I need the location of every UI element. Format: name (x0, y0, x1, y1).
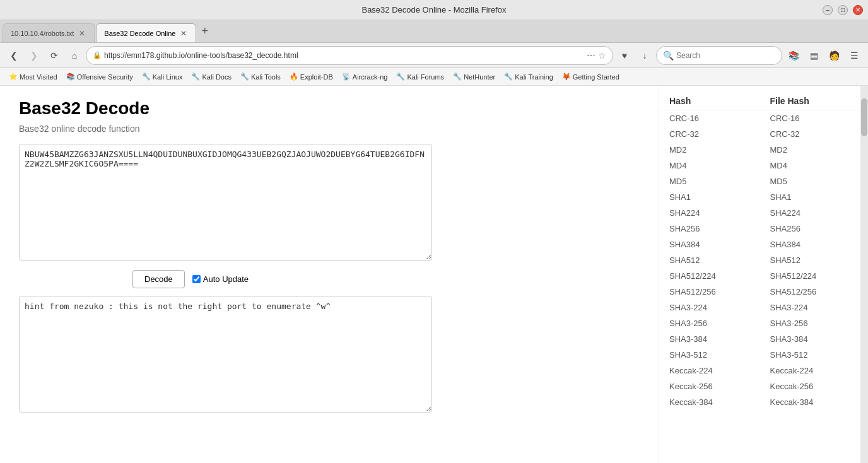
bookmark-kali-linux[interactable]: 🔧 Kali Linux (138, 71, 187, 82)
reload-button[interactable]: ⟳ (45, 47, 63, 64)
bookmark-exploit-db[interactable]: 🔥 Exploit-DB (286, 71, 337, 82)
hash-cell: Keccak-384 (659, 394, 760, 410)
bookmarks-bar: ⭐ Most Visited 📚 Offensive Security 🔧 Ka… (0, 68, 868, 86)
hash-table-row[interactable]: SHA384SHA384 (659, 237, 860, 252)
hash-cell: SHA3-224 (659, 300, 760, 315)
file-hash-cell: Keccak-256 (760, 378, 861, 394)
hash-table-row[interactable]: Keccak-384Keccak-384 (659, 394, 860, 410)
auto-update-text: Auto Update (203, 274, 249, 284)
file-hash-cell: SHA512/256 (760, 284, 861, 300)
hash-table-row[interactable]: MD5MD5 (659, 173, 860, 189)
bookmark-kali-tools[interactable]: 🔧 Kali Tools (237, 71, 284, 82)
output-textarea[interactable]: hint from nezuko : this is not the right… (19, 296, 432, 413)
decode-button[interactable]: Decode (132, 270, 185, 288)
hash-table-row[interactable]: Keccak-224Keccak-224 (659, 363, 860, 378)
bookmark-icon[interactable]: ☆ (598, 50, 606, 61)
tab-base32-close[interactable]: ✕ (179, 29, 188, 38)
hash-table-row[interactable]: SHA1SHA1 (659, 189, 860, 205)
input-textarea[interactable]: NBUW45BAMZZG63JANZSXU5LLN4QDUIDUNBUXGIDJ… (19, 144, 432, 261)
firefox-sync-icon[interactable]: 🧑 (825, 47, 843, 64)
auto-update-checkbox[interactable] (192, 275, 201, 283)
bookmark-kali-training-icon: 🔧 (504, 73, 513, 81)
search-icon: 🔍 (663, 50, 674, 61)
file-hash-cell: MD5 (760, 173, 861, 189)
sync-button[interactable]: ↓ (636, 47, 654, 64)
close-button[interactable]: ✕ (853, 5, 863, 15)
bookmark-most-visited[interactable]: ⭐ Most Visited (5, 71, 61, 82)
file-hash-cell: Keccak-384 (760, 394, 861, 410)
bookmark-kali-training[interactable]: 🔧 Kali Training (500, 71, 557, 82)
hash-cell: SHA512/256 (659, 284, 760, 300)
hash-table-row[interactable]: SHA3-256SHA3-256 (659, 315, 860, 331)
bookmark-most-visited-label: Most Visited (20, 73, 57, 81)
hash-table-row[interactable]: SHA224SHA224 (659, 205, 860, 221)
auto-update-label[interactable]: Auto Update (192, 274, 249, 284)
hash-table-row[interactable]: SHA512/224SHA512/224 (659, 268, 860, 284)
sidebar-button[interactable]: ▤ (805, 47, 823, 64)
hash-cell: SHA512 (659, 252, 760, 268)
bookmark-exploit-db-icon: 🔥 (290, 73, 298, 81)
menu-button[interactable]: ☰ (845, 47, 863, 64)
file-hash-cell: SHA256 (760, 221, 861, 237)
forward-button[interactable]: ❯ (25, 47, 43, 64)
file-hash-cell: SHA3-224 (760, 300, 861, 315)
hash-table-row[interactable]: MD2MD2 (659, 142, 860, 158)
bookmark-getting-started[interactable]: 🦊 Getting Started (558, 71, 623, 82)
hash-cell: Keccak-256 (659, 378, 760, 394)
hash-cell: MD2 (659, 142, 760, 158)
page-subtitle: Base32 online decode function (19, 124, 640, 134)
bookmark-nethunter[interactable]: 🔧 NetHunter (449, 71, 499, 82)
bookmark-aircrack-ng[interactable]: 📡 Aircrack-ng (338, 71, 392, 82)
hash-table-row[interactable]: SHA3-384SHA3-384 (659, 331, 860, 347)
url-input[interactable] (104, 51, 584, 60)
nav-bar: ❮ ❯ ⟳ ⌂ 🔒 ⋯ ☆ ♥ ↓ 🔍 📚 ▤ 🧑 ☰ (0, 43, 868, 68)
tab-robots[interactable]: 10.10.10.4/robots.txt ✕ (3, 23, 95, 42)
bookmark-kali-training-label: Kali Training (515, 73, 553, 81)
search-bar[interactable]: 🔍 (656, 46, 782, 65)
bookmark-kali-forums[interactable]: 🔧 Kali Forums (392, 71, 448, 82)
hash-cell: SHA224 (659, 205, 760, 221)
scrollbar-thumb[interactable] (861, 98, 867, 136)
nav-right-buttons: ♥ ↓ 🔍 📚 ▤ 🧑 ☰ (616, 46, 863, 65)
new-tab-button[interactable]: + (197, 25, 212, 38)
bookmark-most-visited-icon: ⭐ (9, 73, 18, 81)
hash-table-row[interactable]: SHA3-224SHA3-224 (659, 300, 860, 315)
bookmark-exploit-db-label: Exploit-DB (300, 73, 333, 81)
hash-cell: Keccak-224 (659, 363, 760, 378)
bookmark-offensive-security[interactable]: 📚 Offensive Security (62, 71, 137, 82)
file-hash-cell: SHA1 (760, 189, 861, 205)
hash-table-row[interactable]: Keccak-256Keccak-256 (659, 378, 860, 394)
tab-base32[interactable]: Base32 Decode Online ✕ (96, 23, 196, 42)
address-bar[interactable]: 🔒 ⋯ ☆ (86, 46, 613, 65)
hash-table-row[interactable]: SHA3-512SHA3-512 (659, 347, 860, 363)
file-hash-cell: SHA512 (760, 252, 861, 268)
hash-table-row[interactable]: SHA512SHA512 (659, 252, 860, 268)
page-title: Base32 Decode (19, 98, 640, 119)
minimize-button[interactable]: – (823, 5, 833, 15)
file-hash-cell: Keccak-224 (760, 363, 861, 378)
tab-robots-close[interactable]: ✕ (78, 29, 86, 38)
maximize-button[interactable]: □ (838, 5, 848, 15)
hash-table-row[interactable]: CRC-32CRC-32 (659, 126, 860, 142)
search-input[interactable] (676, 51, 765, 60)
hash-table-row[interactable]: CRC-16CRC-16 (659, 110, 860, 127)
pocket-button[interactable]: ♥ (616, 47, 633, 64)
lock-icon: 🔒 (93, 51, 102, 59)
file-hash-cell: SHA224 (760, 205, 861, 221)
home-button[interactable]: ⌂ (66, 47, 83, 64)
browser-scrollbar[interactable] (860, 86, 868, 463)
hash-table-row[interactable]: SHA512/256SHA512/256 (659, 284, 860, 300)
bookmark-getting-started-icon: 🦊 (562, 73, 571, 81)
hash-cell: SHA1 (659, 189, 760, 205)
library-button[interactable]: 📚 (785, 47, 802, 64)
hash-table-row[interactable]: SHA256SHA256 (659, 221, 860, 237)
file-hash-cell: CRC-32 (760, 126, 861, 142)
back-button[interactable]: ❮ (5, 47, 23, 64)
hash-cell: MD4 (659, 158, 760, 173)
file-hash-cell: MD4 (760, 158, 861, 173)
bookmark-kali-docs[interactable]: 🔧 Kali Docs (187, 71, 235, 82)
tab-base32-label: Base32 Decode Online (104, 30, 175, 37)
bookmark-aircrack-ng-label: Aircrack-ng (353, 73, 388, 81)
hash-table-row[interactable]: MD4MD4 (659, 158, 860, 173)
page-content: Base32 Decode Base32 online decode funct… (0, 86, 659, 463)
